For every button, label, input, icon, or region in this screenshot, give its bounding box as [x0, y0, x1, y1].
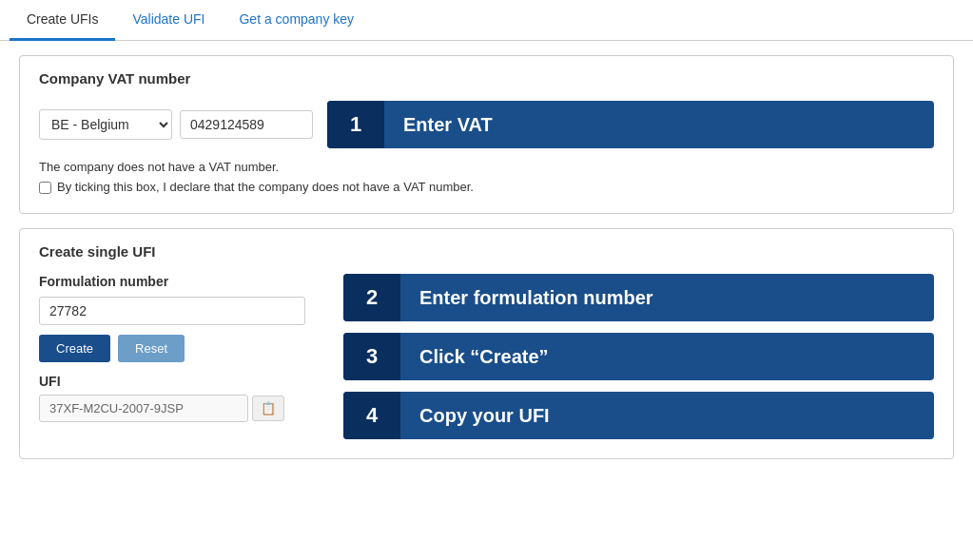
instruction3-text: Click “Create” [400, 346, 934, 368]
ufi-instructions-right: 2 Enter formulation number 3 Click “Crea… [343, 274, 934, 439]
main-content: Company VAT number BE - Belgium 1 Enter … [0, 41, 973, 473]
ufi-section-inner: Formulation number Create Reset UFI 📋 [39, 274, 934, 439]
create-button[interactable]: Create [39, 335, 110, 362]
no-vat-checkbox-label: By ticking this box, I declare that the … [57, 180, 474, 194]
instruction1-text: Enter VAT [384, 114, 934, 136]
instruction4-button: 4 Copy your UFI [343, 392, 934, 439]
instruction1-container: 1 Enter VAT [327, 101, 934, 148]
formulation-input[interactable] [39, 297, 305, 325]
vat-input-row: BE - Belgium 1 Enter VAT [39, 101, 934, 148]
vat-section: Company VAT number BE - Belgium 1 Enter … [19, 55, 954, 214]
ufi-output-row: 📋 [39, 395, 324, 422]
instruction2-badge: 2 [343, 274, 400, 321]
tab-validate-ufi[interactable]: Validate UFI [115, 0, 222, 41]
vat-inputs-group: BE - Belgium [39, 109, 313, 140]
instruction1-badge: 1 [327, 101, 384, 148]
instruction3-button: 3 Click “Create” [343, 333, 934, 380]
instruction4-badge: 4 [343, 392, 400, 439]
ufi-form-left: Formulation number Create Reset UFI 📋 [39, 274, 324, 422]
formulation-label: Formulation number [39, 274, 324, 289]
no-vat-checkbox-row: By ticking this box, I declare that the … [39, 180, 934, 194]
page-container: Create UFIs Validate UFI Get a company k… [0, 0, 973, 560]
ufi-output-field[interactable] [39, 395, 248, 422]
copy-ufi-button[interactable]: 📋 [252, 396, 284, 421]
no-vat-text: The company does not have a VAT number. [39, 160, 934, 174]
tab-bar: Create UFIs Validate UFI Get a company k… [0, 0, 973, 41]
vat-number-input[interactable] [180, 110, 313, 139]
tab-company-key[interactable]: Get a company key [222, 0, 371, 41]
action-buttons-row: Create Reset [39, 335, 324, 362]
instruction2-text: Enter formulation number [400, 287, 934, 309]
instruction2-button: 2 Enter formulation number [343, 274, 934, 321]
no-vat-checkbox[interactable] [39, 182, 51, 194]
country-select[interactable]: BE - Belgium [39, 109, 172, 140]
vat-section-title: Company VAT number [39, 70, 934, 87]
ufi-section: Create single UFI Formulation number Cre… [19, 228, 954, 459]
reset-button[interactable]: Reset [118, 335, 185, 362]
copy-icon: 📋 [261, 401, 276, 415]
ufi-section-title: Create single UFI [39, 243, 934, 260]
instruction4-text: Copy your UFI [400, 405, 934, 427]
tab-create-ufis[interactable]: Create UFIs [10, 0, 115, 41]
instruction3-badge: 3 [343, 333, 400, 380]
ufi-output-label: UFI [39, 374, 324, 389]
instruction1-button: 1 Enter VAT [327, 101, 934, 148]
